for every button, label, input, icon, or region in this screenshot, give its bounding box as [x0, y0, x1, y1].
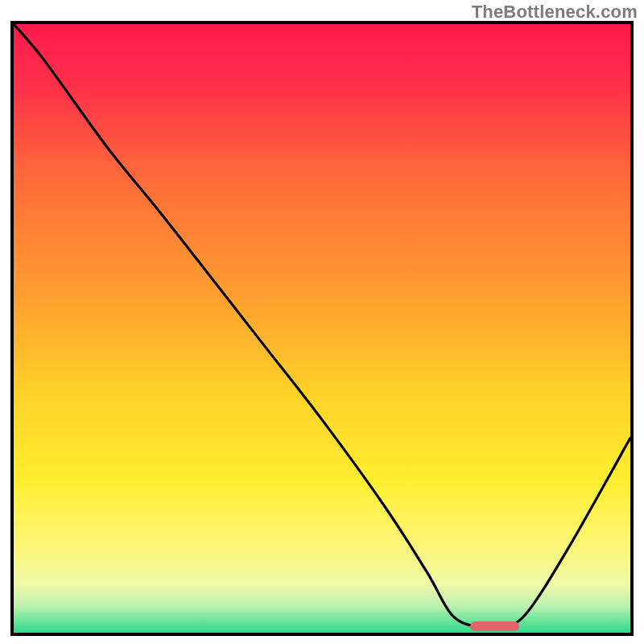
watermark-text: TheBottleneck.com — [472, 2, 638, 23]
bottleneck-curve — [14, 24, 630, 633]
optimal-range-marker — [470, 621, 519, 631]
chart-container: TheBottleneck.com — [0, 0, 644, 644]
plot-frame — [10, 21, 634, 636]
